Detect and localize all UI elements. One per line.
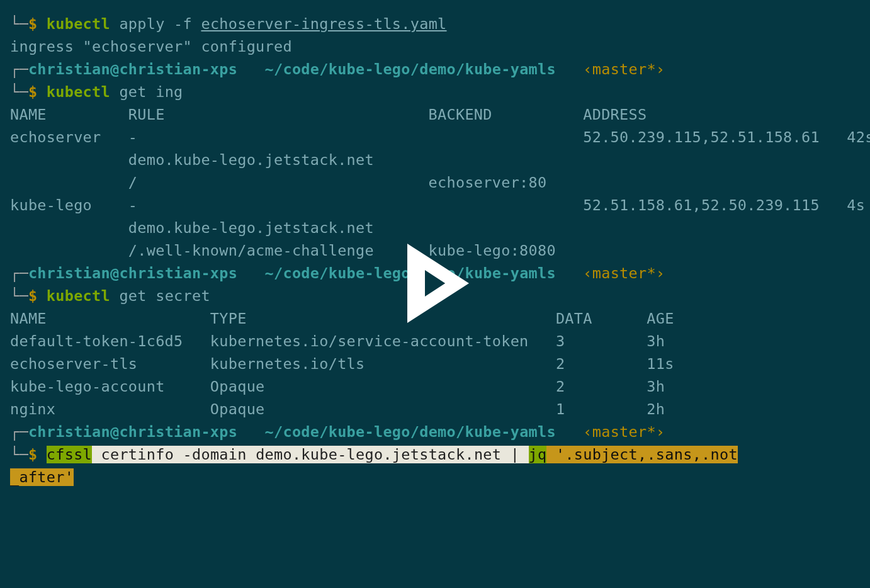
output-line: ingress "echoserver" configured [10, 38, 292, 55]
prompt-branch: ‹master*› [583, 60, 665, 78]
command-jq: jq [529, 446, 547, 463]
box-glyph: └─ [10, 446, 28, 463]
prompt-dollar: $ [28, 446, 47, 463]
table-header: NAME TYPE DATA AGE [10, 310, 674, 327]
command-args: certinfo -domain demo.kube-lego.jetstack… [92, 446, 529, 463]
prompt-userhost: christian@christian-xps [28, 264, 237, 282]
box-glyph: ┌─ [10, 60, 28, 78]
command-args: get ing [110, 83, 183, 101]
box-glyph: └─ [10, 287, 28, 305]
table-row: echoserver - 52.50.239.115,52.51.158.61 … [10, 128, 870, 146]
filename: echoserver-ingress-tls.yaml [201, 15, 446, 33]
table-row: / echoserver:80 [10, 174, 583, 191]
prompt-path: ~/code/kube-lego/demo/kube-yamls [265, 60, 556, 78]
command-cfssl: cfssl [47, 446, 92, 463]
play-icon [390, 239, 478, 327]
prompt-userhost: christian@christian-xps [28, 423, 237, 441]
prompt-branch: ‹master*› [583, 423, 665, 441]
command-string: _after' [10, 468, 74, 486]
prompt-dollar: $ [28, 15, 47, 33]
box-glyph: ┌─ [10, 423, 28, 441]
command-kubectl: kubectl [47, 287, 110, 305]
command-args: apply -f [110, 15, 201, 33]
table-row: nginx Opaque 1 2h [10, 400, 665, 418]
table-row: demo.kube-lego.jetstack.net [10, 219, 583, 237]
box-glyph: ┌─ [10, 264, 28, 282]
box-glyph: └─ [10, 15, 28, 33]
command-kubectl: kubectl [47, 83, 110, 101]
box-glyph: └─ [10, 83, 28, 101]
table-row: demo.kube-lego.jetstack.net [10, 151, 583, 169]
table-header: NAME RULE BACKEND ADDRESS AGE [10, 106, 870, 123]
table-row: default-token-1c6d5 kubernetes.io/servic… [10, 332, 665, 350]
command-kubectl: kubectl [47, 15, 110, 33]
command-string: '.subject,.sans,.not [546, 446, 737, 463]
command-args: get secret [110, 287, 210, 305]
table-row: kube-lego-account Opaque 2 3h [10, 378, 665, 395]
table-row: echoserver-tls kubernetes.io/tls 2 11s [10, 355, 674, 373]
table-row: kube-lego - 52.51.158.61,52.50.239.115 4… [10, 196, 865, 214]
prompt-dollar: $ [28, 287, 47, 305]
table-row: /.well-known/acme-challenge kube-lego:80… [10, 242, 583, 259]
prompt-dollar: $ [28, 83, 47, 101]
prompt-path: ~/code/kube-lego/demo/kube-yamls [265, 423, 556, 441]
prompt-userhost: christian@christian-xps [28, 60, 237, 78]
prompt-branch: ‹master*› [583, 264, 665, 282]
